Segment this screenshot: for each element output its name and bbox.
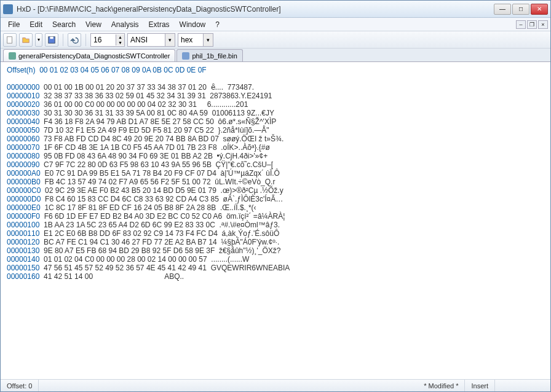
hex-row[interactable]: 00000140 01 01 02 04 C0 00 00 00 28 00 0… <box>7 255 544 264</box>
svg-rect-2 <box>50 36 53 39</box>
titlebar[interactable]: HxD - [D:\Fil\BMW\CIC_hack\generalPersis… <box>1 1 550 18</box>
base-select[interactable]: ▾ <box>178 33 213 47</box>
status-bar: Offset: 0 * Modified * Insert <box>1 379 550 391</box>
svg-rect-0 <box>7 36 12 43</box>
bytes-per-row-input[interactable]: ▲▼ <box>90 33 125 47</box>
charset-field[interactable] <box>128 36 165 44</box>
hex-row[interactable]: 000000C0 02 9C 29 3E AE F0 B2 43 B5 20 1… <box>7 186 544 195</box>
hex-row[interactable]: 000000E0 1C 8C 17 8F 81 8F ED CF 16 24 0… <box>7 203 544 212</box>
charset-dropdown-button[interactable]: ▾ <box>165 34 175 46</box>
hex-row[interactable]: 00000040 F4 36 18 F8 2A 94 79 AB D1 A7 8… <box>7 117 544 126</box>
hex-row[interactable]: 00000150 47 56 51 45 57 52 49 52 36 57 4… <box>7 264 544 272</box>
close-button[interactable]: ✕ <box>531 4 548 15</box>
mdi-restore-button[interactable]: ❐ <box>527 20 537 29</box>
save-button[interactable] <box>45 33 58 47</box>
hex-row[interactable]: 00000130 9E 80 A7 E5 FB 68 94 BD 29 B8 9… <box>7 246 544 255</box>
file-icon <box>182 52 189 60</box>
new-button[interactable] <box>3 33 17 47</box>
hex-row[interactable]: 00000050 7D 10 32 F1 E5 2A 49 F9 ED 5D F… <box>7 126 544 135</box>
menu-help[interactable]: ? <box>210 19 224 30</box>
hex-row[interactable]: 00000110 E1 2C E0 6B B8 DD 6F 83 02 92 C… <box>7 229 544 238</box>
menu-extras[interactable]: Extras <box>144 19 175 30</box>
open-button[interactable] <box>19 33 33 47</box>
toolbar: ▾ ▲▼ ▾ ▾ <box>1 31 550 49</box>
column-header: 00 01 02 03 04 05 06 07 08 09 0A 0B 0C 0… <box>39 66 207 74</box>
base-field[interactable] <box>178 36 203 44</box>
save-icon <box>47 36 56 44</box>
mdi-close-button[interactable]: × <box>538 20 548 29</box>
spin-up-button[interactable]: ▲ <box>116 34 124 40</box>
hex-row[interactable]: 00000030 30 31 30 30 36 31 31 33 39 5A 0… <box>7 109 544 117</box>
hex-row[interactable]: 000000F0 F6 6D 1D EF E7 ED B2 B4 A0 3D E… <box>7 212 544 221</box>
tabbar: generalPersistencyData_DiagnosticSWTCont… <box>1 49 550 62</box>
tab-label: generalPersistencyData_DiagnosticSWTCont… <box>18 52 170 60</box>
folder-open-icon <box>22 36 30 44</box>
hex-row[interactable]: 00000080 95 0B FD 08 43 6A 48 90 34 F0 6… <box>7 152 544 160</box>
hex-viewer[interactable]: Offset(h) 00 01 02 03 04 05 06 07 08 09 … <box>1 62 550 379</box>
menu-file[interactable]: File <box>3 19 25 30</box>
spin-down-button[interactable]: ▼ <box>116 40 124 45</box>
bytes-per-row-field[interactable] <box>91 36 116 44</box>
status-insert: Insert <box>465 380 495 391</box>
tab-file-1[interactable]: generalPersistencyData_DiagnosticSWTCont… <box>3 49 175 61</box>
charset-select[interactable]: ▾ <box>127 33 175 47</box>
hex-row[interactable]: 00000120 BC A7 FE C1 94 C1 30 46 27 FD 7… <box>7 238 544 246</box>
maximize-button[interactable]: □ <box>512 4 529 15</box>
undo-button[interactable] <box>68 33 81 47</box>
hex-row[interactable]: 00000060 73 F8 AB FD CD D4 8C 49 20 9E 2… <box>7 135 544 143</box>
new-file-icon <box>6 36 14 44</box>
menu-edit[interactable]: Edit <box>25 19 47 30</box>
mdi-minimize-button[interactable]: – <box>516 20 526 29</box>
hex-row[interactable]: 00000010 32 38 37 33 38 36 33 02 59 01 4… <box>7 92 544 100</box>
tab-label: phil_1b_file.bin <box>192 52 237 60</box>
hex-row[interactable]: 00000090 C7 9F 7C 22 80 0D 63 F5 98 63 1… <box>7 160 544 169</box>
menubar: File Edit Search View Analysis Extras Wi… <box>1 18 550 31</box>
window-title: HxD - [D:\Fil\BMW\CIC_hack\generalPersis… <box>17 5 494 14</box>
menu-window[interactable]: Window <box>175 19 211 30</box>
undo-icon <box>70 36 79 44</box>
hex-row[interactable]: 00000100 1B AA 23 1A 5C 23 65 A4 D2 6D 6… <box>7 221 544 229</box>
hex-row[interactable]: 00000160 41 42 51 14 00 ABQ.. <box>7 272 544 281</box>
menu-view[interactable]: View <box>81 19 106 30</box>
minimize-button[interactable]: — <box>494 4 511 15</box>
tab-file-2[interactable]: phil_1b_file.bin <box>176 49 242 61</box>
status-offset: Offset: 0 <box>1 380 39 391</box>
hex-row[interactable]: 00000020 36 01 00 00 C0 00 00 00 00 00 0… <box>7 100 544 109</box>
menu-search[interactable]: Search <box>47 19 81 30</box>
hex-row[interactable]: 000000A0 E0 7C 91 DA 99 B5 E1 5A 71 78 B… <box>7 169 544 178</box>
file-icon <box>9 52 16 60</box>
open-dropdown-button[interactable]: ▾ <box>35 33 42 47</box>
app-icon <box>3 4 13 14</box>
menu-analysis[interactable]: Analysis <box>106 19 144 30</box>
offset-header: Offset(h) <box>7 66 35 74</box>
hex-row[interactable]: 00000000 00 01 00 1B 00 01 20 20 37 37 3… <box>7 83 544 92</box>
hex-row[interactable]: 00000070 1F 6F CD 4B 3E 1A 1B C0 F5 45 A… <box>7 143 544 152</box>
status-modified: * Modified * <box>418 380 465 391</box>
hxd-window: HxD - [D:\Fil\BMW\CIC_hack\generalPersis… <box>0 0 551 392</box>
base-dropdown-button[interactable]: ▾ <box>203 34 213 46</box>
hex-row[interactable]: 000000D0 F8 C4 60 15 83 CC D4 6C C8 33 6… <box>7 195 544 203</box>
hex-row[interactable]: 000000B0 FB 4C 13 57 49 74 02 F7 A9 65 5… <box>7 178 544 186</box>
